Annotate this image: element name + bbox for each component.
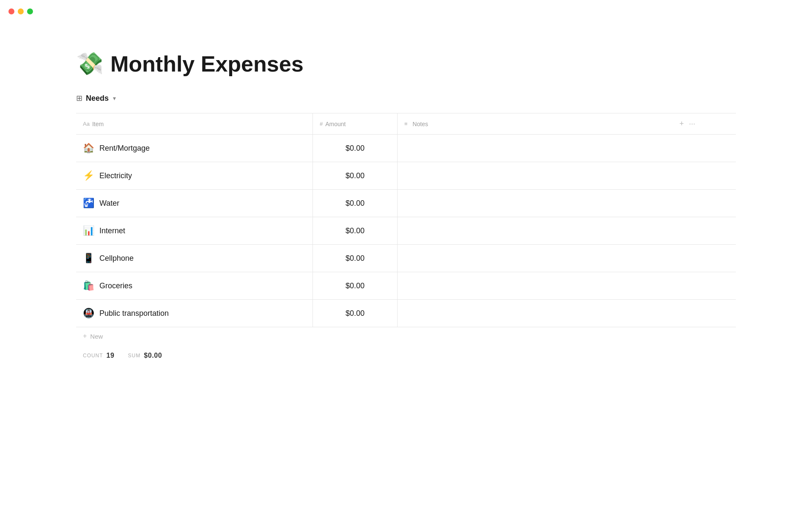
row-item-name: Public transportation <box>99 309 169 318</box>
table-body: 🏠 Rent/Mortgage $0.00 ⚡ Electricity $0.0… <box>76 135 736 327</box>
more-options-button[interactable]: ··· <box>689 119 695 128</box>
count-value: 19 <box>106 352 114 359</box>
view-selector[interactable]: ⊞ Needs ▾ <box>76 94 736 103</box>
row-emoji: 🚇 <box>83 308 94 319</box>
add-column-button[interactable]: + <box>679 119 684 128</box>
cell-item: 📊 Internet <box>76 217 313 244</box>
column-header-item[interactable]: Aa Item <box>76 113 313 134</box>
row-emoji: 📊 <box>83 225 94 236</box>
cell-notes <box>398 217 736 244</box>
hash-icon: # <box>320 121 323 127</box>
chevron-down-icon: ▾ <box>113 95 116 102</box>
cell-amount: $0.00 <box>313 245 398 272</box>
cell-item: 🚰 Water <box>76 190 313 217</box>
traffic-lights <box>8 8 33 14</box>
cell-notes <box>398 190 736 217</box>
cell-notes <box>398 245 736 272</box>
row-emoji: 🏠 <box>83 143 94 154</box>
cell-amount: $0.00 <box>313 217 398 244</box>
cell-item: 🚇 Public transportation <box>76 300 313 327</box>
cell-item: 📱 Cellphone <box>76 245 313 272</box>
main-content: 💸 Monthly Expenses ⊞ Needs ▾ Aa Item # A… <box>0 0 812 392</box>
title-text: Monthly Expenses <box>110 51 304 77</box>
page-title: 💸 Monthly Expenses <box>76 51 736 77</box>
cell-amount: $0.00 <box>313 272 398 299</box>
cell-amount: $0.00 <box>313 190 398 217</box>
cell-amount: $0.00 <box>313 300 398 327</box>
expenses-table: Aa Item # Amount ≡ Notes + ··· <box>76 113 736 366</box>
add-row-label: New <box>90 333 103 340</box>
table-row[interactable]: 🛍️ Groceries $0.00 <box>76 272 736 300</box>
cell-item: 🏠 Rent/Mortgage <box>76 135 313 162</box>
cell-notes <box>398 300 736 327</box>
sum-value: $0.00 <box>144 352 162 359</box>
column-header-amount-label: Amount <box>325 121 346 127</box>
table-row[interactable]: 📱 Cellphone $0.00 <box>76 245 736 272</box>
column-header-notes-label: Notes <box>413 121 428 127</box>
row-item-name: Cellphone <box>99 254 134 263</box>
cell-item: ⚡ Electricity <box>76 162 313 189</box>
row-emoji: 🚰 <box>83 198 94 209</box>
cell-notes <box>398 272 736 299</box>
table-row[interactable]: 🚰 Water $0.00 <box>76 190 736 217</box>
text-type-icon: Aa <box>83 121 90 127</box>
maximize-button[interactable] <box>27 8 33 14</box>
row-emoji: ⚡ <box>83 170 94 181</box>
plus-icon: + <box>83 332 87 340</box>
cell-amount: $0.00 <box>313 135 398 162</box>
cell-item: 🛍️ Groceries <box>76 272 313 299</box>
row-item-name: Rent/Mortgage <box>99 144 150 153</box>
close-button[interactable] <box>8 8 14 14</box>
view-label: Needs <box>86 94 109 103</box>
lines-icon: ≡ <box>404 121 408 127</box>
column-header-amount[interactable]: # Amount <box>313 113 398 134</box>
column-header-item-label: Item <box>92 121 104 127</box>
view-grid-icon: ⊞ <box>76 94 82 103</box>
row-item-name: Groceries <box>99 282 132 290</box>
count-label: COUNT <box>83 353 103 359</box>
table-row[interactable]: 📊 Internet $0.00 <box>76 217 736 245</box>
add-row-button[interactable]: + New <box>76 327 736 345</box>
row-item-name: Electricity <box>99 171 132 180</box>
minimize-button[interactable] <box>18 8 24 14</box>
row-item-name: Water <box>99 199 119 208</box>
cell-notes <box>398 135 736 162</box>
row-emoji: 📱 <box>83 253 94 264</box>
cell-amount: $0.00 <box>313 162 398 189</box>
table-header: Aa Item # Amount ≡ Notes + ··· <box>76 113 736 135</box>
column-header-notes[interactable]: ≡ Notes + ··· <box>398 113 702 134</box>
table-row[interactable]: 🚇 Public transportation $0.00 <box>76 300 736 327</box>
sum-label: SUM <box>128 353 141 359</box>
cell-notes <box>398 162 736 189</box>
row-item-name: Internet <box>99 226 125 235</box>
row-emoji: 🛍️ <box>83 280 94 291</box>
table-row[interactable]: ⚡ Electricity $0.00 <box>76 162 736 190</box>
table-footer: COUNT 19 SUM $0.00 <box>76 345 736 366</box>
table-row[interactable]: 🏠 Rent/Mortgage $0.00 <box>76 135 736 162</box>
title-emoji: 💸 <box>76 51 104 77</box>
